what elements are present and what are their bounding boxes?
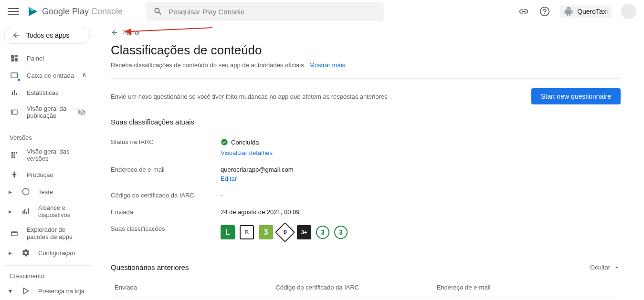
sidebar-section-versions: Versões [4,127,92,144]
breadcrumb-label: Painel [122,29,139,36]
svg-rect-8 [24,209,25,214]
play-console-icon [27,6,38,17]
check-circle-icon [221,138,228,146]
android-icon [564,7,573,16]
sidebar-item-publishing[interactable]: Visão geral da publicação [4,101,92,123]
sidebar-item-label: Explorador de pacotes de apps [27,226,86,240]
divider [111,78,621,79]
sidebar-item-stats[interactable]: Estatísticas [4,84,92,101]
disabled-icon [77,108,86,116]
chevron-right-icon: ▸ [7,249,13,257]
menu-icon[interactable] [8,6,19,17]
cert-value: - [221,192,222,199]
svg-rect-9 [26,212,27,214]
status-value: Concluída [221,138,259,146]
rocket-icon [10,170,19,179]
svg-point-3 [545,13,545,14]
hint-text: Envie um novo questionário se você tiver… [111,93,531,100]
svg-rect-7 [22,211,23,214]
sidebar-item-label: Presença na loja [38,288,86,295]
th-code: Código do certificado da IARC [275,284,436,291]
gear-icon [21,248,31,258]
start-questionnaire-button[interactable]: Start new questionnaire [531,88,621,104]
chevron-down-icon: ▾ [7,287,13,295]
svg-rect-5 [11,110,17,114]
help-icon[interactable] [539,6,550,17]
sent-value: 24 de agosto de 2021, 00:09 [221,208,300,216]
sidebar-item-store-presence[interactable]: ▾ Presença na loja [4,282,92,300]
search-icon [153,7,163,16]
page-title: Classificações de conteúdo [111,43,621,58]
sidebar-badge: 6 [83,72,86,79]
sidebar-item-label: Estatísticas [27,89,86,96]
brand-logo[interactable]: Google Play Console [27,6,123,17]
brand-text: Google Play Console [42,7,123,17]
sidebar-item-painel[interactable]: Painel [4,50,92,67]
th-sent: Enviada [115,284,275,291]
cert-label: Código do certificado da IARC [111,192,221,199]
sidebar-section-growth: Crescimento [4,265,92,282]
previous-heading: Questionários anteriores [111,263,189,271]
link-icon[interactable] [518,6,529,17]
rating-badge-generic-3-alt: 3 [334,226,348,239]
flask-icon [21,187,31,197]
chevron-right-icon: ▸ [7,207,13,215]
svg-point-6 [22,188,29,195]
arrow-left-icon [111,29,118,36]
sidebar-item-label: Teste [38,188,86,196]
dashboard-icon [10,53,19,63]
sidebar-item-bundle-explorer[interactable]: Explorador de pacotes de apps [4,222,92,244]
rating-badge-pegi-3: 3 [259,225,273,239]
sidebar-item-label: Visão geral da publicação [27,105,70,119]
ratings-badges: L E 3 0 3+ 3 3 [221,225,348,239]
avatar[interactable] [621,4,636,19]
main-content: Painel Classificações de conteúdo Receba… [95,23,640,300]
view-details-link[interactable]: Visualizar detalhes [221,149,273,156]
sidebar-item-setup[interactable]: ▸ Configuração [4,244,92,261]
current-ratings-heading: Suas classificações atuais [111,118,621,126]
devices-icon [21,207,31,216]
sidebar-item-label: Caixa de entrada [27,72,75,79]
svg-marker-12 [24,288,29,294]
hide-toggle[interactable]: Ocultar [590,264,621,271]
releases-icon [10,150,19,160]
all-apps-label: Todos os apps [26,31,69,39]
th-email: Endereço de e-mail [437,284,598,291]
svg-rect-10 [28,208,29,214]
arrow-left-icon [12,31,21,40]
search-box[interactable] [146,2,384,21]
status-label: Status na IARC [111,138,221,145]
previous-table: Enviada Código do certificado da IARC En… [111,277,621,300]
rating-badge-classind-l: L [221,225,235,239]
all-apps-button[interactable]: Todos os apps [4,27,90,44]
sidebar-item-label: Alcance e dispositivos [38,204,86,218]
svg-rect-4 [11,73,18,78]
rating-badge-generic-3: 3 [316,226,329,239]
sidebar-item-label: Configuração [38,249,86,257]
stats-icon [10,88,19,97]
sidebar-item-label: Visão geral das versões [27,148,86,162]
account-app-name: QueroTaxi [577,8,608,15]
ratings-label: Suas classificações [111,225,221,232]
sidebar-item-reach[interactable]: ▸ Alcance e dispositivos [4,200,92,222]
inbox-icon [10,71,19,80]
sidebar-item-production[interactable]: Produção [4,166,92,183]
sidebar-item-testing[interactable]: ▸ Teste [4,183,92,200]
breadcrumb-back[interactable]: Painel [111,23,621,36]
rating-badge-iarc-3plus: 3+ [297,225,311,239]
table-row[interactable]: 24 de agosto de 2021, 00:09 - querocriar… [111,298,621,300]
sidebar-item-releases-overview[interactable]: Visão geral das versões [4,144,92,166]
rating-badge-usk-0: 0 [275,222,295,242]
publishing-icon [10,107,19,117]
rating-badge-esrb-e: E [240,225,254,239]
edit-email-link[interactable]: Editar [221,175,294,182]
account-switcher[interactable]: QueroTaxi [560,5,612,18]
chevron-up-icon [613,264,621,271]
show-more-link[interactable]: Mostrar mais [309,62,345,69]
bundle-icon [10,228,19,238]
sidebar-item-label: Painel [27,55,86,62]
search-input[interactable] [169,8,377,16]
sidebar-item-inbox[interactable]: Caixa de entrada 6 [4,67,92,84]
page-subtitle: Receba classificações de conteúdo do seu… [111,62,621,69]
table-header: Enviada Código do certificado da IARC En… [111,277,621,298]
